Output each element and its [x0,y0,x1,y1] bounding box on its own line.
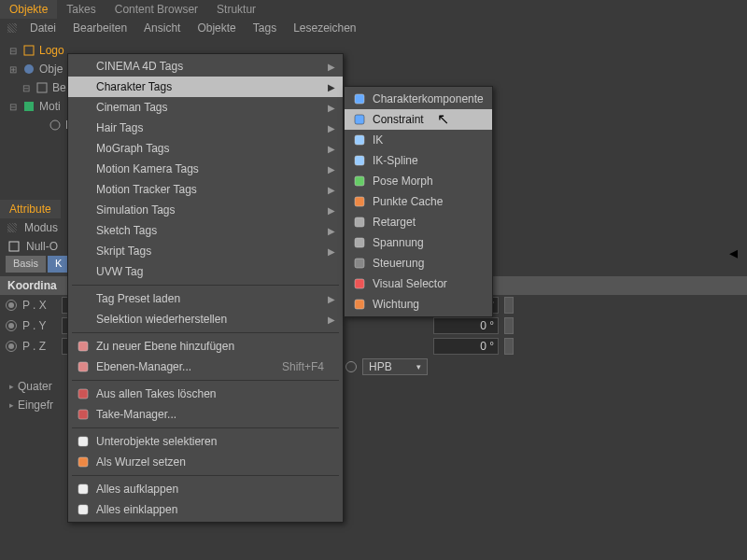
menu-item[interactable]: Alles einklappen [68,499,343,520]
null-object-icon [22,44,35,57]
menu-tags[interactable]: Tags [246,20,284,36]
spinner[interactable] [504,297,514,314]
menu-item-label: UVW Tag [96,265,143,278]
submenu-item[interactable]: Wichtung [345,294,492,315]
anim-radio[interactable] [345,361,357,372]
menu-datei[interactable]: Datei [22,20,63,36]
rotation-order-dropdown[interactable]: HPB ▾ [362,358,428,375]
menu-item[interactable]: Zu neuer Ebene hinzufügen [68,336,343,357]
menu-bearbeiten[interactable]: Bearbeiten [65,20,134,36]
svg-rect-3 [24,102,34,111]
expand-icon [76,482,91,497]
menu-item[interactable]: Alles aufklappen [68,479,343,499]
submenu-item-label: Pose Morph [373,175,433,188]
tab-struktur[interactable]: Struktur [207,0,265,19]
spinner[interactable] [504,338,514,355]
anim-radio[interactable] [6,320,17,331]
submenu-item[interactable]: Spannung [345,232,492,253]
menu-item[interactable]: CINEMA 4D Tags▶ [68,56,343,77]
submenu-item[interactable]: Constraint [345,109,492,130]
tree-label: Be [52,81,66,94]
tree-toggle-icon[interactable]: ⊞ [9,64,19,75]
anim-radio[interactable] [6,300,17,311]
submenu-item[interactable]: Visual Selector [345,273,492,294]
chevron-right-icon: ▸ [9,382,14,391]
submenu-item[interactable]: Steuerung [345,253,492,273]
menu-item[interactable]: Skript Tags▶ [68,241,343,261]
subtab-koord[interactable]: K [48,256,69,273]
svg-rect-18 [355,176,364,186]
menu-item[interactable]: Aus allen Takes löschen [68,384,343,404]
menu-separator [72,427,339,428]
tree-toggle-icon[interactable]: ⊟ [22,83,32,93]
submenu-item[interactable]: Pose Morph [345,171,492,191]
menu-item-label: Hair Tags [96,121,143,134]
menu-item-label: Selektion wiederherstellen [96,313,227,326]
menu-item-label: Motion Tracker Tags [96,183,197,196]
menu-item-label: Take-Manager... [96,408,176,421]
menu-objekte[interactable]: Objekte [190,20,243,36]
tab-attribute[interactable]: Attribute [0,200,61,218]
submenu-arrow-icon: ▶ [328,246,335,257]
menu-item[interactable]: Hair Tags▶ [68,118,343,138]
submenu-item-label: Steuerung [373,257,424,270]
anim-radio[interactable] [6,341,17,352]
submenu-item-label: Spannung [373,236,424,249]
menu-item[interactable]: MoGraph Tags▶ [68,138,343,159]
submenu-item[interactable]: IK [345,130,492,150]
menu-item[interactable]: Cineman Tags▶ [68,97,343,118]
menu-item[interactable]: Ebenen-Manager...Shift+F4 [68,357,343,377]
submenu-item-label: Visual Selector [373,277,447,290]
menu-modus[interactable]: Modus [24,221,58,234]
tab-objekte[interactable]: Objekte [0,0,57,19]
take-del-icon [76,386,91,401]
menu-item[interactable]: Tag Preset laden▶ [68,288,343,309]
menu-item-label: Aus allen Takes löschen [96,387,217,400]
submenu-arrow-icon: ▶ [328,103,335,113]
submenu-arrow-icon: ▶ [328,294,335,304]
menu-item[interactable]: Sketch Tags▶ [68,220,343,241]
menu-item[interactable]: Selektion wiederherstellen▶ [68,309,343,329]
coord-input-ry[interactable]: 0 ° [433,317,499,334]
blank-icon [76,291,91,306]
submenu-item[interactable]: Charakterkomponente [345,89,492,109]
tab-content-browser[interactable]: Content Browser [106,0,207,19]
svg-rect-7 [78,362,88,371]
spinner[interactable] [504,317,514,334]
blank-icon [76,59,91,74]
take-mgr-icon [76,407,91,422]
menu-item[interactable]: Unterobjekte selektieren [68,431,343,452]
tree-toggle-icon[interactable]: ⊟ [9,46,19,56]
menu-item[interactable]: Als Wurzel setzen [68,452,343,472]
subtab-basis[interactable]: Basis [6,256,46,273]
svg-rect-0 [24,46,34,55]
menu-item[interactable]: Simulation Tags▶ [68,200,343,220]
svg-rect-21 [355,238,364,247]
tree-toggle-icon[interactable]: ⊟ [9,102,19,112]
menu-item[interactable]: Take-Manager... [68,404,343,425]
svg-rect-16 [355,135,364,145]
tab-takes[interactable]: Takes [57,0,105,19]
submenu-item[interactable]: Punkte Cache [345,191,492,212]
coord-input-rz[interactable]: 0 ° [433,338,499,355]
menu-item[interactable]: UVW Tag [68,261,343,282]
svg-rect-22 [355,259,364,268]
menu-item[interactable]: Charakter Tags▶ [68,77,343,97]
history-arrow-icon[interactable]: ◂ [729,243,738,263]
menu-shortcut: Shift+F4 [282,360,324,373]
menu-ansicht[interactable]: Ansicht [136,20,188,36]
submenu-item[interactable]: IK-Spline [345,150,492,171]
submenu-item-label: IK [373,133,383,147]
grip-icon [7,23,17,33]
svg-rect-6 [78,342,88,351]
submenu-item[interactable]: Retarget [345,212,492,232]
blank-icon [76,120,91,135]
menu-lesezeichen[interactable]: Lesezeichen [286,20,363,36]
menu-separator [72,332,339,333]
svg-rect-17 [355,156,364,165]
menu-item[interactable]: Motion Kamera Tags▶ [68,159,343,179]
menu-item[interactable]: Motion Tracker Tags▶ [68,179,343,200]
tags-context-menu: CINEMA 4D Tags▶Charakter Tags▶Cineman Ta… [67,53,344,523]
submenu-arrow-icon: ▶ [328,205,335,216]
coord-label: P . Y [22,319,56,332]
